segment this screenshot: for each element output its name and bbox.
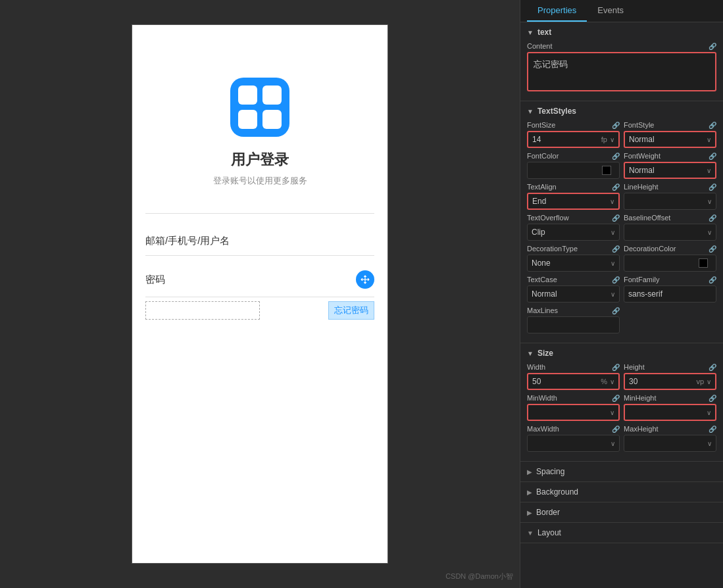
lineheight-value-box[interactable]: ∨ [624,193,716,210]
maxlines-link-icon[interactable]: 🔗 [612,307,620,314]
decorationtype-color-group: DecorationType 🔗 None ∨ DecorationColor … [527,245,716,272]
fontfamily-item: FontFamily 🔗 sans-serif [624,276,716,303]
fontcolor-value-box[interactable] [527,162,620,179]
baselineoffset-chevron-icon[interactable]: ∨ [707,229,712,236]
textcase-label-row: TextCase 🔗 [527,276,620,283]
fontsize-value-box[interactable]: 14 fp ∨ [527,131,620,148]
fontweight-label-row: FontWeight 🔗 [624,152,716,160]
fontweight-value-box[interactable]: Normal ∨ [624,162,716,179]
minheight-chevron-icon[interactable]: ∨ [707,409,711,416]
decorationtype-link-icon[interactable]: 🔗 [612,245,620,253]
content-value-box[interactable]: 忘记密码 [527,52,716,91]
fontfamily-label: FontFamily [624,276,659,283]
textstyles-label: TextStyles [537,107,576,116]
width-link-icon[interactable]: 🔗 [612,364,620,371]
background-arrow-icon: ▶ [527,489,532,496]
fontsize-link-icon[interactable]: 🔗 [612,122,620,129]
background-label: Background [536,487,578,497]
decorationcolor-label-row: DecorationColor 🔗 [624,245,716,253]
spacing-section[interactable]: ▶ Spacing [520,462,723,482]
fontsize-chevron-icon[interactable]: ∨ [610,136,614,143]
tab-properties[interactable]: Properties [527,0,587,22]
fontcolor-item: FontColor 🔗 [527,152,620,179]
textoverflow-label-row: TextOverflow 🔗 [527,214,620,222]
fontstyle-chevron-icon[interactable]: ∨ [707,136,711,143]
lineheight-chevron-icon[interactable]: ∨ [707,198,712,205]
spacing-label: Spacing [536,467,564,476]
fontweight-chevron-icon[interactable]: ∨ [707,167,711,174]
height-value-box[interactable]: 30 vp ∨ [624,373,716,390]
maxheight-chevron-icon[interactable]: ∨ [707,440,712,447]
fontsize-item: FontSize 🔗 14 fp ∨ [527,121,620,148]
textalign-link-icon[interactable]: 🔗 [612,184,620,191]
minheight-link-icon[interactable]: 🔗 [709,395,716,402]
maxheight-value-box[interactable]: ∨ [624,435,716,452]
baselineoffset-value-box[interactable]: ∨ [624,224,716,241]
text-section-label: text [537,28,551,37]
content-link-icon[interactable]: 🔗 [709,43,716,50]
fontstyle-value-box[interactable]: Normal ∨ [624,131,716,148]
minwidth-link-icon[interactable]: 🔗 [612,395,620,402]
maxheight-label-row: MaxHeight 🔗 [624,425,716,433]
decorationcolor-value-box[interactable] [624,255,716,272]
username-label: 邮箱/手机号/用户名 [145,235,374,247]
maxwidth-chevron-icon[interactable]: ∨ [611,440,615,447]
textcase-value-box[interactable]: Normal ∨ [527,285,620,303]
maxheight-label: MaxHeight [624,425,659,433]
textoverflow-link-icon[interactable]: 🔗 [612,214,620,222]
size-section: ▼ Size Width 🔗 50 % ∨ Height 🔗 [520,343,723,462]
height-label-row: Height 🔗 [624,363,716,371]
tab-events[interactable]: Events [587,0,634,22]
background-section[interactable]: ▶ Background [520,482,723,502]
properties-panel: Properties Events ▼ text Content 🔗 忘记密码 … [520,0,723,588]
textalign-value-box[interactable]: End ∨ [527,193,620,210]
textoverflow-value-box[interactable]: Clip ∨ [527,224,620,241]
border-label: Border [536,508,560,517]
fontfamily-value-box[interactable]: sans-serif [624,285,716,303]
username-row: 邮箱/手机号/用户名 [145,227,374,256]
icon-dot-3 [238,110,257,129]
lineheight-link-icon[interactable]: 🔗 [709,184,716,191]
height-chevron-icon[interactable]: ∨ [707,378,711,385]
border-section[interactable]: ▶ Border [520,502,723,523]
decorationcolor-link-icon[interactable]: 🔗 [709,245,716,253]
maxheight-link-icon[interactable]: 🔗 [709,426,716,433]
fontcolor-link-icon[interactable]: 🔗 [612,153,620,160]
textalign-chevron-icon[interactable]: ∨ [610,198,614,205]
fontfamily-label-row: FontFamily 🔗 [624,276,716,283]
minwidth-chevron-icon[interactable]: ∨ [610,409,614,416]
decorationtype-value: None [532,258,608,268]
text-section-header: ▼ text [527,28,716,37]
textoverflow-value: Clip [532,228,608,237]
height-link-icon[interactable]: 🔗 [709,364,716,371]
textcase-link-icon[interactable]: 🔗 [612,276,620,283]
minwidth-value-box[interactable]: ∨ [527,404,620,421]
maxlines-value-box[interactable] [527,316,620,333]
fontweight-link-icon[interactable]: 🔗 [709,153,716,160]
width-label: Width [527,363,545,371]
textcase-item: TextCase 🔗 Normal ∨ [527,276,620,303]
textcase-chevron-icon[interactable]: ∨ [611,291,615,298]
fontstyle-label: FontStyle [624,121,654,129]
text-arrow-icon: ▼ [527,29,534,36]
textoverflow-label: TextOverflow [527,214,569,222]
size-header: ▼ Size [527,349,716,358]
move-icon[interactable] [356,270,374,289]
phone-subtitle: 登录账号以使用更多服务 [213,175,307,187]
fontstyle-link-icon[interactable]: 🔗 [709,122,716,129]
forgot-password-button[interactable]: 忘记密码 [328,301,374,320]
fontstyle-value: Normal [629,135,704,144]
baselineoffset-link-icon[interactable]: 🔗 [709,214,716,222]
width-value-box[interactable]: 50 % ∨ [527,373,620,390]
decorationtype-chevron-icon[interactable]: ∨ [611,260,615,267]
maxwidth-value-box[interactable]: ∨ [527,435,620,452]
minheight-value-box[interactable]: ∨ [624,404,716,421]
textoverflow-chevron-icon[interactable]: ∨ [611,229,615,236]
minwidth-item: MinWidth 🔗 ∨ [527,394,620,421]
width-chevron-icon[interactable]: ∨ [610,378,614,385]
fontfamily-link-icon[interactable]: 🔗 [709,276,716,283]
maxwidth-maxheight-group: MaxWidth 🔗 ∨ MaxHeight 🔗 ∨ [527,425,716,452]
layout-section[interactable]: ▼ Layout [520,523,723,543]
decorationtype-value-box[interactable]: None ∨ [527,255,620,272]
maxwidth-link-icon[interactable]: 🔗 [612,426,620,433]
